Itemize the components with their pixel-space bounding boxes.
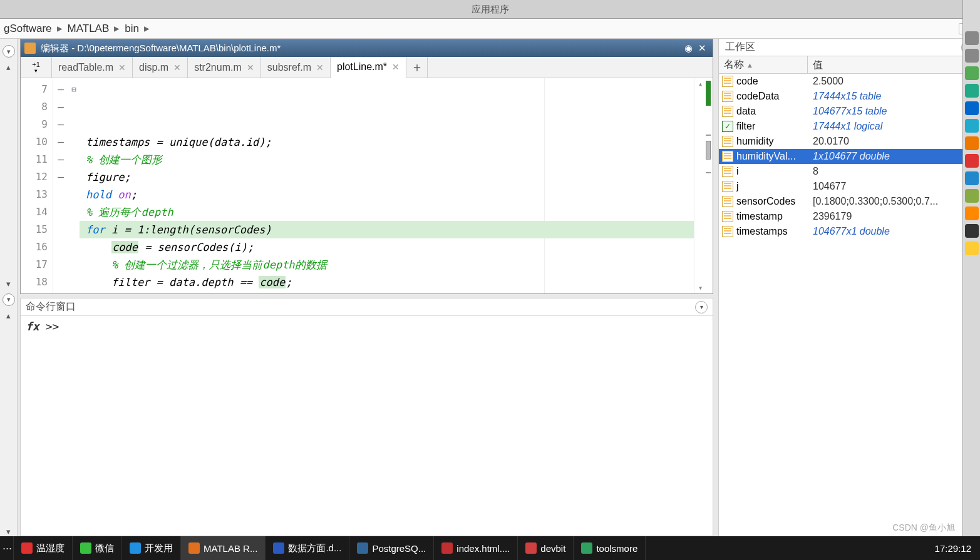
editor-titlebar[interactable]: 编辑器 - D:\0petermengSoftware\MATLAB\bin\p… <box>21 39 713 57</box>
scroll-down-icon[interactable]: ▾ <box>6 527 11 536</box>
taskbar[interactable]: ⋯ 温湿度微信开发用MATLAB R...数据方面.d...PostgreSQ.… <box>0 536 980 560</box>
workspace-variable-row[interactable]: i8 <box>719 164 980 179</box>
workspace-variable-row[interactable]: data104677x15 table <box>719 104 980 119</box>
tab-scroll-widget[interactable]: +1▾ <box>21 57 52 78</box>
breadcrumb-item[interactable]: MATLAB <box>68 23 110 35</box>
sidebar-app-icon[interactable] <box>965 101 979 115</box>
code-content[interactable]: timestamps = unique(data.id);% 创建一个图形fig… <box>80 78 694 293</box>
taskbar-item[interactable]: 温湿度 <box>14 536 73 560</box>
add-tab-button[interactable]: ＋ <box>406 57 428 78</box>
minimize-button[interactable]: ◉ <box>681 41 695 55</box>
taskbar-app-icon <box>21 542 33 554</box>
code-line[interactable]: filter = data.depth == code; <box>86 273 694 291</box>
workspace-variable-row[interactable]: filter17444x1 logical <box>719 119 980 134</box>
scroll-up-icon[interactable]: ▴ <box>6 63 11 72</box>
close-tab-icon[interactable]: ✕ <box>118 63 126 73</box>
editor-title: 编辑器 - D:\0petermengSoftware\MATLAB\bin\p… <box>41 43 681 54</box>
taskbar-app-icon <box>357 542 368 554</box>
code-editor[interactable]: 789101112131415161718 –––––– ⊟ timestamp… <box>21 78 713 293</box>
workspace-header[interactable]: 名称▲ 值 <box>719 56 980 74</box>
editor-tab[interactable]: readTable.m✕ <box>52 57 133 78</box>
code-line[interactable]: timestamps = unique(data.id); <box>86 133 694 151</box>
table-var-icon <box>722 166 733 177</box>
code-line[interactable]: for i = 1:length(sensorCodes) <box>86 221 694 238</box>
editor-tab[interactable]: plotLine.m*✕ <box>331 57 406 78</box>
sidebar-app-icon[interactable] <box>965 224 979 238</box>
code-line[interactable]: % 创建一个过滤器，只选择当前depth的数据 <box>86 256 694 273</box>
close-button[interactable]: ✕ <box>695 41 709 55</box>
workspace-variable-row[interactable]: sensorCodes[0.1800;0.3300;0.5300;0.7... <box>719 194 980 209</box>
panel-menu-button[interactable]: ▾ <box>3 45 15 58</box>
taskbar-item[interactable]: 数据方面.d... <box>266 536 349 560</box>
code-line[interactable]: figure; <box>86 168 694 186</box>
editor-tab[interactable]: subsref.m✕ <box>261 57 331 78</box>
code-fold-gutter[interactable]: ⊟ <box>68 78 80 293</box>
code-line[interactable]: % 遍历每个depth <box>86 203 694 221</box>
sidebar-app-icon[interactable] <box>965 242 979 255</box>
taskbar-item[interactable]: PostgreSQ... <box>349 536 434 560</box>
breadcrumb-item[interactable]: bin <box>125 23 139 35</box>
var-value: [0.1800;0.3300;0.5300;0.7... <box>808 196 980 207</box>
sidebar-app-icon[interactable] <box>965 206 979 220</box>
taskbar-label: PostgreSQ... <box>372 543 426 554</box>
command-prompt: >> <box>46 320 59 532</box>
sidebar-app-icon[interactable] <box>965 66 979 80</box>
workspace-variable-row[interactable]: timestamps104677x1 double <box>719 224 980 239</box>
var-name: i <box>736 166 808 177</box>
scroll-down-icon[interactable]: ▾ <box>698 283 703 292</box>
taskbar-item[interactable]: 微信 <box>73 536 122 560</box>
workspace-variable-row[interactable]: j104677 <box>719 179 980 194</box>
workspace-col-name[interactable]: 名称▲ <box>719 56 808 73</box>
sidebar-app-icon[interactable] <box>965 119 979 133</box>
taskbar-item[interactable]: index.html.... <box>434 536 518 560</box>
workspace-variable-row[interactable]: timestamp2396179 <box>719 209 980 224</box>
breadcrumb[interactable]: gSoftware ▸ MATLAB ▸ bin ▸ ▾ <box>0 19 980 39</box>
code-line[interactable]: % 创建一个图形 <box>86 151 694 168</box>
workspace-col-value[interactable]: 值 <box>808 56 980 73</box>
close-tab-icon[interactable]: ✕ <box>247 63 254 73</box>
workspace-variable-row[interactable]: code2.5000 <box>719 74 980 89</box>
scroll-up-icon[interactable]: ▴ <box>6 311 11 320</box>
workspace-variable-row[interactable]: humidity20.0170 <box>719 134 980 149</box>
fx-icon[interactable]: fx <box>26 320 39 532</box>
panel-menu-button[interactable]: ▾ <box>3 293 15 306</box>
taskbar-item[interactable]: 开发用 <box>122 536 181 560</box>
command-window[interactable]: fx >> <box>21 316 713 536</box>
taskbar-start[interactable]: ⋯ <box>0 536 14 560</box>
taskbar-item[interactable]: devbit <box>518 536 574 560</box>
var-value: 17444x15 table <box>808 91 980 102</box>
close-tab-icon[interactable]: ✕ <box>392 62 400 72</box>
breadcrumb-item[interactable]: gSoftware <box>4 23 52 35</box>
sidebar-app-icon[interactable] <box>965 189 979 203</box>
sidebar-app-icon[interactable] <box>965 84 979 98</box>
editor-tab[interactable]: disp.m✕ <box>133 57 188 78</box>
command-window-panel: 命令行窗口 ▾ fx >> <box>20 298 713 536</box>
close-tab-icon[interactable]: ✕ <box>173 63 181 73</box>
workspace-rows: code2.5000codeData17444x15 tabledata1046… <box>719 74 980 536</box>
scroll-up-icon[interactable]: ▴ <box>698 79 703 88</box>
code-line[interactable]: code = sensorCodes(i); <box>86 238 694 256</box>
editor-tab[interactable]: str2num.m✕ <box>188 57 261 78</box>
var-value: 2396179 <box>808 211 980 222</box>
sidebar-app-icon[interactable] <box>965 49 979 63</box>
sidebar-app-icon[interactable] <box>965 171 979 185</box>
taskbar-clock[interactable]: 17:29:12 <box>926 543 980 554</box>
workspace-variable-row[interactable]: humidityVal...1x104677 double <box>719 149 980 164</box>
scroll-down-icon[interactable]: ▾ <box>6 279 11 288</box>
breakpoint-gutter[interactable]: –––––– <box>53 78 68 293</box>
code-line[interactable]: hold on; <box>86 186 694 203</box>
sidebar-app-icon[interactable] <box>965 136 979 150</box>
sidebar-app-icon[interactable] <box>965 31 979 45</box>
code-overview-strip[interactable]: ▴ ▾ <box>694 78 713 293</box>
chevron-right-icon: ▸ <box>144 22 150 35</box>
sidebar-app-icon[interactable] <box>965 154 979 168</box>
workspace-variable-row[interactable]: codeData17444x15 table <box>719 89 980 104</box>
taskbar-item[interactable]: toolsmore <box>574 536 646 560</box>
var-value: 2.5000 <box>808 76 980 87</box>
var-name: code <box>736 76 808 87</box>
panel-menu-button[interactable]: ▾ <box>695 301 708 313</box>
close-tab-icon[interactable]: ✕ <box>316 63 324 73</box>
taskbar-item[interactable]: MATLAB R... <box>181 536 266 560</box>
taskbar-app-icon <box>525 542 537 554</box>
scrollbar-thumb[interactable] <box>706 141 711 160</box>
